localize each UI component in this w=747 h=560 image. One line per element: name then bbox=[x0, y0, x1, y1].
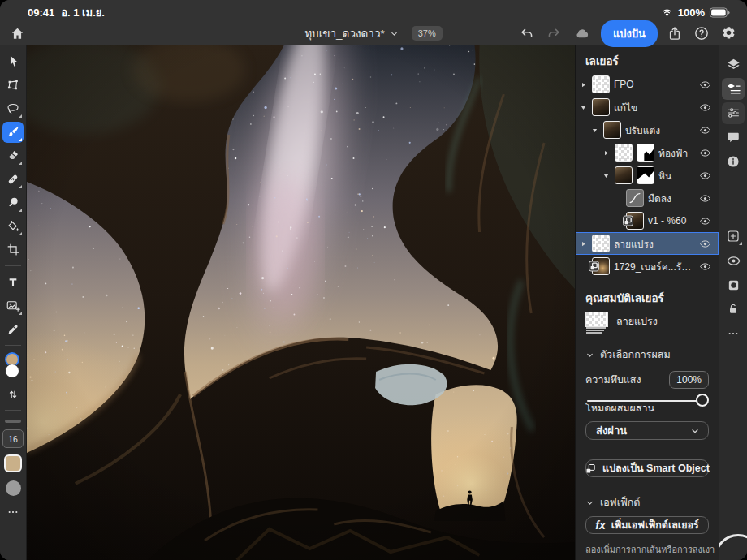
more-tool-options-button[interactable] bbox=[2, 502, 24, 523]
toolbar-divider bbox=[5, 345, 21, 346]
crop-tool[interactable] bbox=[2, 239, 24, 261]
expand-right-icon[interactable] bbox=[602, 149, 611, 157]
transform-icon bbox=[6, 78, 20, 93]
fill-tool[interactable] bbox=[2, 216, 24, 237]
add-layer-button[interactable] bbox=[722, 226, 745, 248]
adjustments-icon bbox=[726, 106, 741, 120]
flyout-indicator bbox=[19, 162, 22, 165]
layer-visibility-eye-icon[interactable] bbox=[699, 261, 711, 273]
move-tool[interactable] bbox=[2, 51, 24, 72]
collapse-down-icon[interactable] bbox=[591, 127, 599, 134]
unlock-button[interactable] bbox=[722, 299, 745, 321]
comments-button[interactable] bbox=[722, 127, 745, 149]
background-color-swatch[interactable] bbox=[5, 364, 19, 378]
visibility-button[interactable] bbox=[722, 250, 745, 272]
smart-object-badge-icon bbox=[623, 216, 633, 226]
opacity-row: ความทึบแสง 100% bbox=[576, 367, 719, 390]
share-button[interactable]: แบ่งปัน bbox=[601, 20, 658, 47]
status-right: 100% bbox=[660, 6, 734, 19]
toolbar-divider bbox=[5, 410, 21, 411]
add-layer-effect-button[interactable]: fx เพิ่มเอฟเฟ็กต์เลเยอร์ bbox=[585, 516, 709, 534]
layer-visibility-eye-icon[interactable] bbox=[699, 215, 711, 227]
layer-row[interactable]: 1729_เบอร์ค...รับปรุง-NR33 bbox=[576, 255, 719, 278]
layer-row[interactable]: v1 - %60 bbox=[576, 209, 719, 232]
settings-button[interactable] bbox=[719, 24, 739, 44]
smart-object-icon bbox=[585, 463, 597, 475]
slider-track bbox=[587, 400, 707, 402]
layer-row[interactable]: มืดลง bbox=[576, 187, 719, 209]
chevron-down-icon bbox=[690, 426, 700, 436]
healing-brush-tool[interactable] bbox=[2, 169, 24, 190]
brush-size-value[interactable]: 16 bbox=[2, 429, 24, 448]
brush-tool[interactable] bbox=[2, 122, 24, 143]
battery-icon bbox=[709, 7, 731, 18]
visibility-icon bbox=[726, 253, 741, 269]
layer-name: FPO bbox=[614, 79, 695, 90]
layer-properties-button[interactable] bbox=[722, 78, 745, 100]
smart-object-badge-icon bbox=[589, 261, 599, 272]
collapse-down-icon[interactable] bbox=[580, 104, 588, 111]
layer-visibility-eye-icon[interactable] bbox=[699, 79, 711, 91]
slider-handle[interactable] bbox=[696, 394, 709, 407]
layer-row[interactable]: ปรับแต่ง bbox=[576, 118, 719, 141]
layer-visibility-eye-icon[interactable] bbox=[699, 124, 711, 136]
layer-mask-button[interactable] bbox=[722, 274, 745, 296]
undo-button[interactable] bbox=[517, 24, 537, 43]
flyout-indicator bbox=[19, 312, 22, 315]
layer-row[interactable]: ลายแปรง bbox=[576, 232, 719, 255]
redo-button[interactable] bbox=[544, 24, 563, 43]
adjustments-button[interactable] bbox=[722, 102, 745, 124]
eraser-tool[interactable] bbox=[2, 145, 24, 166]
blend-mode-dropdown[interactable]: ส่งผ่าน bbox=[585, 421, 709, 440]
effects-section-header[interactable]: เอฟเฟ็กต์ bbox=[576, 489, 719, 515]
swap-arrows-icon bbox=[6, 388, 19, 401]
help-button[interactable] bbox=[692, 24, 711, 43]
blend-options-section-header[interactable]: ตัวเลือกการผสม bbox=[576, 341, 719, 367]
status-left: 09:41อ. 1 เม.ย. bbox=[28, 4, 111, 21]
layer-row[interactable]: หิน bbox=[576, 164, 719, 187]
layer-thumbnail bbox=[626, 212, 644, 230]
layers-button[interactable] bbox=[722, 54, 745, 75]
opacity-value[interactable]: 100% bbox=[669, 371, 709, 389]
layers-panel-title: เลเยอร์ bbox=[576, 45, 719, 73]
layer-visibility-eye-icon[interactable] bbox=[699, 170, 711, 182]
transform-tool[interactable] bbox=[2, 75, 24, 96]
help-icon bbox=[693, 25, 710, 41]
cloud-sync-button[interactable] bbox=[571, 24, 594, 43]
type-tool[interactable] bbox=[2, 272, 24, 293]
export-button[interactable] bbox=[665, 24, 684, 43]
layer-row[interactable]: แก้ไข bbox=[576, 96, 719, 118]
clock: 09:41 bbox=[28, 6, 54, 19]
place-photo-tool[interactable] bbox=[2, 295, 24, 317]
dodge-burn-tool[interactable] bbox=[2, 192, 24, 213]
flyout-indicator bbox=[739, 242, 742, 245]
swap-colors-button[interactable] bbox=[2, 384, 24, 405]
collapse-down-icon[interactable] bbox=[602, 172, 611, 179]
layer-thumbnail bbox=[603, 121, 621, 139]
eyedropper-tool[interactable] bbox=[2, 319, 24, 340]
selected-layer-name: ลายแปรง bbox=[616, 313, 658, 330]
tool-options-handle[interactable] bbox=[5, 420, 21, 423]
color-swatches[interactable] bbox=[3, 352, 23, 380]
status-bar: 09:41อ. 1 เม.ย. 100% bbox=[0, 0, 747, 21]
layer-mask-icon bbox=[727, 278, 741, 292]
brush-opacity-swatch[interactable] bbox=[6, 480, 21, 496]
info-button[interactable] bbox=[722, 151, 745, 173]
settings-gear-icon bbox=[720, 25, 737, 42]
layer-row[interactable]: ท้องฟ้า bbox=[576, 141, 719, 164]
layer-visibility-eye-icon[interactable] bbox=[699, 101, 711, 114]
convert-smart-object-button[interactable]: แปลงเป็น Smart Object bbox=[585, 459, 709, 477]
type-icon bbox=[6, 276, 19, 289]
blend-options-label: ตัวเลือกการผสม bbox=[600, 347, 671, 363]
home-button[interactable] bbox=[8, 24, 27, 43]
canvas[interactable] bbox=[27, 45, 575, 560]
expand-right-icon[interactable] bbox=[580, 240, 588, 248]
more-options-button[interactable] bbox=[722, 323, 745, 345]
lasso-select-tool[interactable] bbox=[2, 98, 24, 119]
layer-visibility-eye-icon[interactable] bbox=[699, 192, 711, 205]
layer-row[interactable]: FPO bbox=[576, 73, 719, 96]
expand-right-icon[interactable] bbox=[580, 81, 588, 88]
layer-visibility-eye-icon[interactable] bbox=[699, 238, 711, 250]
brush-color-swatch[interactable] bbox=[4, 454, 22, 472]
layer-visibility-eye-icon[interactable] bbox=[699, 147, 711, 159]
